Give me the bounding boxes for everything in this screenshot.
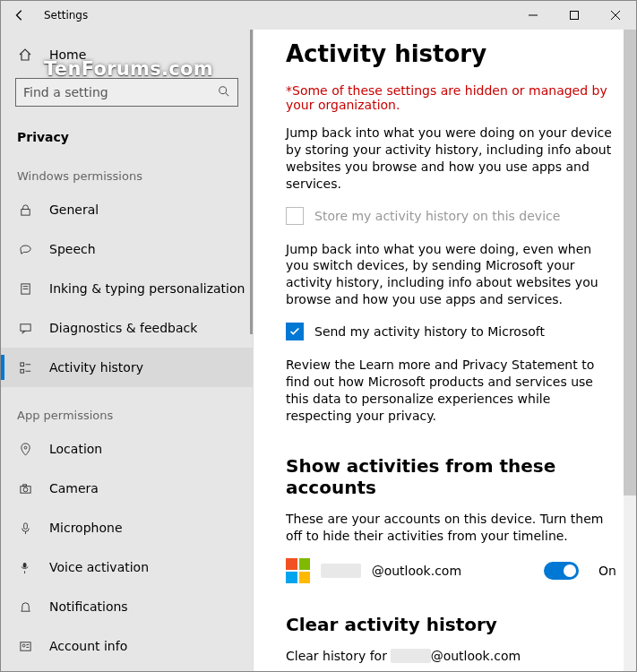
clear-heading: Clear activity history xyxy=(286,614,616,635)
svg-point-17 xyxy=(23,487,28,492)
policy-notice: *Some of these settings are hidden or ma… xyxy=(286,83,616,112)
notifications-icon xyxy=(17,600,33,614)
sidebar-item-camera[interactable]: Camera xyxy=(1,469,253,508)
sidebar-item-general[interactable]: General xyxy=(1,190,253,229)
titlebar: Settings xyxy=(1,1,636,30)
svg-rect-20 xyxy=(22,562,26,567)
svg-rect-12 xyxy=(20,369,23,373)
sidebar-item-label: Location xyxy=(49,442,102,456)
checkbox-store-activity: Store my activity history on this device xyxy=(286,207,616,225)
microphone-icon xyxy=(17,521,33,535)
svg-rect-19 xyxy=(23,522,27,529)
sidebar-item-location[interactable]: Location xyxy=(1,429,253,469)
content-scrollbar[interactable] xyxy=(624,30,636,671)
sidebar-item-label: Account info xyxy=(49,639,127,653)
svg-rect-18 xyxy=(22,484,26,486)
intro-text-1: Jump back into what you were doing on yo… xyxy=(286,125,616,193)
speech-icon xyxy=(17,243,33,256)
close-button[interactable] xyxy=(595,1,636,30)
clear-email-redacted: x xyxy=(391,649,430,663)
sidebar-item-label: Diagnostics & feedback xyxy=(49,321,197,335)
toggle-state-label: On xyxy=(598,564,616,578)
svg-rect-1 xyxy=(571,12,579,20)
search-input[interactable]: Find a setting xyxy=(15,78,238,107)
camera-icon xyxy=(17,482,33,495)
account-email-suffix: @outlook.com xyxy=(372,564,461,578)
sidebar-item-label: Notifications xyxy=(49,599,128,614)
checkbox-icon xyxy=(286,207,304,225)
sidebar-item-label: Inking & typing personalization xyxy=(49,281,245,296)
sidebar-item-microphone[interactable]: Microphone xyxy=(1,508,253,547)
accounts-heading: Show activities from these accounts xyxy=(286,455,616,498)
checkbox-label: Send my activity history to Microsoft xyxy=(314,324,545,339)
svg-point-4 xyxy=(220,86,227,93)
back-button[interactable] xyxy=(1,1,39,30)
svg-rect-10 xyxy=(20,323,30,331)
inking-icon xyxy=(17,282,33,296)
voice-icon xyxy=(17,561,33,574)
minimize-button[interactable] xyxy=(512,1,554,30)
svg-rect-11 xyxy=(20,362,23,366)
sidebar-section-label: Privacy xyxy=(1,117,253,148)
sidebar-item-diagnostics[interactable]: Diagnostics & feedback xyxy=(1,308,253,348)
sidebar-item-inking[interactable]: Inking & typing personalization xyxy=(1,269,253,308)
svg-rect-6 xyxy=(21,209,29,215)
account-row: x @outlook.com On xyxy=(286,558,616,583)
sidebar-item-label: Camera xyxy=(49,481,99,495)
intro-text-2: Jump back into what you were doing, even… xyxy=(286,241,616,309)
sidebar-home[interactable]: Home xyxy=(1,37,253,73)
maximize-button[interactable] xyxy=(554,1,595,30)
lock-icon xyxy=(17,203,33,217)
checkbox-label: Store my activity history on this device xyxy=(314,209,560,223)
review-text: Review the Learn more and Privacy Statem… xyxy=(286,357,616,425)
svg-point-22 xyxy=(22,644,25,647)
search-icon xyxy=(218,85,230,100)
sidebar-item-notifications[interactable]: Notifications xyxy=(1,587,253,626)
location-icon xyxy=(17,443,33,456)
sidebar-item-label: Activity history xyxy=(49,360,143,375)
clear-label: Clear history for x@outlook.com xyxy=(286,648,616,665)
home-icon xyxy=(17,47,33,62)
activity-icon xyxy=(17,361,33,375)
svg-line-5 xyxy=(226,92,229,96)
microsoft-logo-icon xyxy=(286,558,310,583)
feedback-icon xyxy=(17,322,33,335)
sidebar-item-label: Microphone xyxy=(49,521,123,535)
sidebar-item-account-info[interactable]: Account info xyxy=(1,626,253,666)
sidebar: Home Find a setting Privacy Windows perm… xyxy=(1,30,254,671)
account-icon xyxy=(17,640,33,653)
svg-point-15 xyxy=(24,446,27,449)
sidebar-scrollbar[interactable] xyxy=(249,30,253,671)
svg-rect-21 xyxy=(20,642,30,650)
checkbox-icon xyxy=(286,323,304,340)
window-title: Settings xyxy=(44,9,512,22)
sidebar-item-label: Voice activation xyxy=(49,560,149,574)
sidebar-item-activity-history[interactable]: Activity history xyxy=(1,348,253,387)
account-email-redacted: x xyxy=(321,564,360,578)
account-toggle[interactable] xyxy=(544,562,579,580)
sidebar-item-speech[interactable]: Speech xyxy=(1,229,253,269)
sidebar-item-label: General xyxy=(49,202,99,217)
search-placeholder: Find a setting xyxy=(23,85,108,99)
sidebar-item-label: Speech xyxy=(49,242,96,256)
checkbox-send-to-microsoft[interactable]: Send my activity history to Microsoft xyxy=(286,323,616,340)
sidebar-item-voice-activation[interactable]: Voice activation xyxy=(1,547,253,587)
accounts-desc: These are your accounts on this device. … xyxy=(286,511,616,545)
sidebar-home-label: Home xyxy=(49,47,86,62)
sidebar-group-label: Windows permissions xyxy=(1,148,253,190)
sidebar-group-label: App permissions xyxy=(1,387,253,429)
content-pane: Activity history *Some of these settings… xyxy=(254,30,636,671)
page-title: Activity history xyxy=(286,40,616,67)
